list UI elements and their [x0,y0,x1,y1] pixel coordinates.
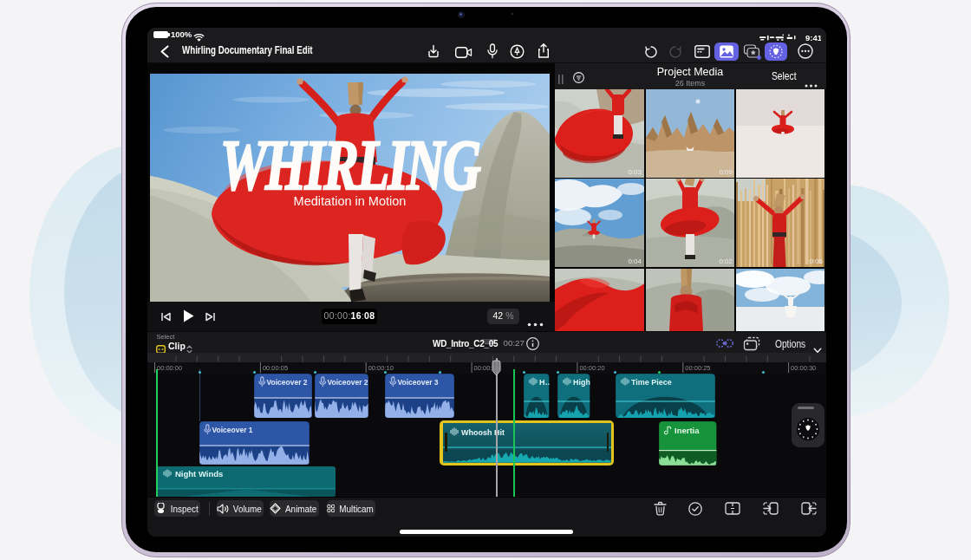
svg-text:Voiceover 2: Voiceover 2 [267,377,308,386]
svg-text:00:00:00: 00:00:00 [157,364,182,372]
svg-text:0:02: 0:02 [719,257,733,265]
svg-text:00:00:20: 00:00:20 [579,364,604,372]
svg-text:H…: H… [539,378,550,387]
svg-text:9:41: 9:41 [805,34,821,42]
svg-text:Time Piece: Time Piece [631,378,672,387]
svg-text:Whoosh Hit: Whoosh Hit [461,428,505,437]
svg-text:0:10: 0:10 [809,168,823,176]
svg-text:00:00:05: 00:00:05 [262,364,287,372]
svg-text:00:00:10: 00:00:10 [368,364,393,372]
svg-text:0:09: 0:09 [719,168,733,176]
svg-text:Night Winds: Night Winds [175,469,223,479]
svg-text:Voiceover 2: Voiceover 2 [328,377,368,386]
svg-text:0:04: 0:04 [628,257,642,265]
svg-text:Inertia: Inertia [674,426,700,435]
svg-text:Voiceover 1: Voiceover 1 [212,425,253,433]
svg-text:00:00:25: 00:00:25 [685,364,710,372]
svg-text:00:00:30: 00:00:30 [791,364,816,372]
svg-text:Voiceover 3: Voiceover 3 [398,377,439,386]
svg-text:0:03: 0:03 [628,168,642,176]
svg-text:High…: High… [573,378,590,387]
svg-text:0:06: 0:06 [809,257,823,265]
